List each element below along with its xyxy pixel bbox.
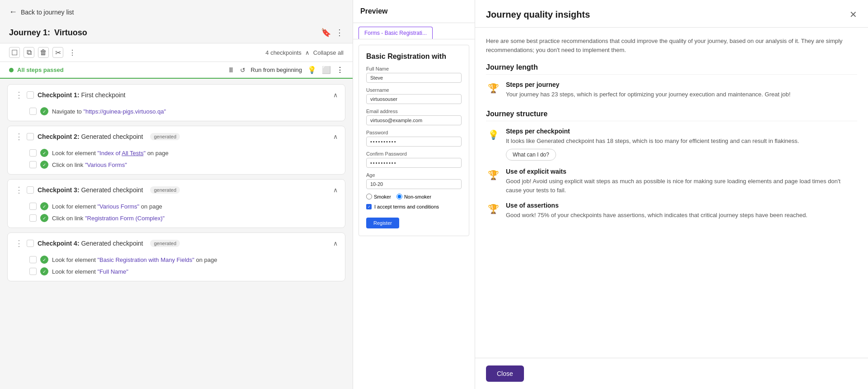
toolbar: ☐ ⧉ 🗑 ✂ ⋮ 4 checkpoints ∧ Collapse all — [0, 43, 353, 62]
form-input-age[interactable] — [366, 179, 462, 189]
checkpoint-checkbox-1[interactable] — [27, 91, 34, 99]
checkpoint-card-4: ⋮ Checkpoint 4: Generated checkpoint gen… — [7, 232, 345, 281]
checkpoint-card-1: ⋮ Checkpoint 1: First checkpoint ∧ Navig… — [7, 84, 345, 121]
checkpoint-card-3: ⋮ Checkpoint 3: Generated checkpoint gen… — [7, 179, 345, 228]
checkpoint-header-3[interactable]: ⋮ Checkpoint 3: Generated checkpoint gen… — [8, 180, 345, 200]
status-dot — [9, 68, 14, 72]
insight-content-steps-per-journey: Steps per journey Your journey has 23 st… — [506, 81, 857, 99]
journey-header-actions: 🔖 ⋮ — [321, 28, 344, 38]
lightbulb-icon[interactable]: 💡 — [307, 66, 316, 74]
step-checkbox[interactable] — [29, 214, 37, 222]
step-checkbox[interactable] — [29, 161, 37, 168]
form-group-username: Username — [366, 87, 462, 104]
insight-desc-assertions: Good work! 75% of your checkpoints have … — [506, 211, 857, 220]
step-checkbox[interactable] — [29, 108, 37, 115]
delete-icon[interactable]: 🗑 — [38, 47, 49, 58]
insight-desc-steps-per-checkpoint: It looks like Generated checkpoint has 1… — [506, 137, 857, 146]
step-row: Look for element "Full Name" — [29, 267, 338, 275]
trophy-icon-2: 🏆 — [486, 168, 500, 182]
nonsmoker-label: Non-smoker — [404, 194, 431, 199]
cut-icon[interactable]: ✂ — [52, 47, 63, 58]
copy-icon[interactable]: ⧉ — [24, 47, 34, 58]
step-checkbox[interactable] — [29, 268, 37, 275]
step-text: Look for element "Basic Registration wit… — [52, 256, 217, 263]
form-label-email: Email address — [366, 109, 462, 114]
insight-content-assertions: Use of assertions Good work! 75% of your… — [506, 202, 857, 220]
preview-title: Preview — [353, 0, 475, 23]
checkpoint-checkbox-4[interactable] — [27, 240, 34, 247]
terms-label: I accept terms and conditions — [374, 204, 439, 209]
select-all-checkbox[interactable]: ☐ — [9, 47, 20, 58]
insights-footer: Close — [475, 358, 868, 389]
step-checkbox[interactable] — [29, 149, 37, 157]
checkpoint-dots-3[interactable]: ⋮ — [15, 185, 23, 195]
form-group-terms: I accept terms and conditions — [366, 204, 462, 209]
journey-title: Journey 1: Virtuoso — [9, 28, 87, 38]
radio-input-smoker[interactable] — [366, 194, 372, 199]
form-group-password: Password — [366, 130, 462, 147]
section-title-journey-structure: Journey structure — [486, 110, 857, 121]
insights-panel: Journey quality insights ✕ Here are some… — [475, 0, 868, 389]
checkpoint-header-2[interactable]: ⋮ Checkpoint 2: Generated checkpoint gen… — [8, 126, 345, 147]
run-from-beginning-label[interactable]: Run from beginning — [251, 66, 302, 73]
step-checkbox[interactable] — [29, 203, 37, 210]
chevron-up-2[interactable]: ∧ — [333, 133, 338, 140]
status-more-icon[interactable]: ⋮ — [336, 66, 344, 74]
pause-icon[interactable]: ⏸ — [227, 66, 235, 74]
preview-tab[interactable]: Forms - Basic Registrati... — [359, 27, 433, 39]
checkpoint-checkbox-2[interactable] — [27, 133, 34, 140]
chevron-up-1[interactable]: ∧ — [333, 91, 338, 99]
form-group-smoker: Smoker Non-smoker — [366, 194, 462, 199]
back-nav-label: Back to journey list — [21, 9, 74, 16]
step-checkbox[interactable] — [29, 256, 37, 263]
back-nav[interactable]: ← Back to journey list — [0, 0, 353, 24]
checkpoint-header-1[interactable]: ⋮ Checkpoint 1: First checkpoint ∧ — [8, 85, 345, 105]
step-text: Look for element "Full Name" — [52, 268, 128, 275]
form-title: Basic Registration with — [366, 52, 462, 61]
insight-content-steps-per-checkpoint: Steps per checkpoint It looks like Gener… — [506, 128, 857, 161]
checkpoint-steps-1: Navigate to "https://guinea-pigs.virtuos… — [8, 105, 345, 121]
insights-description: Here are some best practice recommendati… — [486, 37, 857, 54]
step-success-icon — [40, 267, 48, 275]
form-input-confirm-password[interactable] — [366, 158, 462, 168]
status-left: All steps passed — [9, 66, 64, 73]
collapse-all-label[interactable]: Collapse all — [313, 49, 344, 56]
checkpoint-dots-1[interactable]: ⋮ — [15, 90, 23, 100]
chevron-up-3[interactable]: ∧ — [333, 186, 338, 194]
step-text: Look for element "Various Forms" on page — [52, 203, 162, 210]
checkpoint-dots-2[interactable]: ⋮ — [15, 132, 23, 142]
checkpoint-header-4[interactable]: ⋮ Checkpoint 4: Generated checkpoint gen… — [8, 233, 345, 254]
status-bar: All steps passed ⏸ ↺ Run from beginning … — [0, 62, 353, 79]
insight-title-steps-per-journey: Steps per journey — [506, 81, 857, 88]
close-main-button[interactable]: Close — [486, 365, 524, 382]
step-row: Click on link "Various Forms" — [29, 161, 338, 169]
form-input-email[interactable] — [366, 115, 462, 125]
status-text: All steps passed — [17, 66, 64, 73]
step-row: Look for element "Index of All Tests" on… — [29, 149, 338, 157]
collapse-all-icon: ∧ — [305, 49, 310, 56]
preview-panel: Preview Forms - Basic Registrati... Basi… — [353, 0, 475, 389]
layout-icon[interactable]: ⬜ — [322, 66, 331, 74]
step-success-icon — [40, 202, 48, 210]
form-input-fullname[interactable] — [366, 73, 462, 83]
what-can-i-do-button[interactable]: What can I do? — [506, 149, 556, 161]
chevron-up-4[interactable]: ∧ — [333, 240, 338, 247]
more-toolbar-icon[interactable]: ⋮ — [67, 47, 78, 58]
checkpoint-checkbox-3[interactable] — [27, 186, 34, 194]
refresh-icon[interactable]: ↺ — [240, 66, 245, 74]
bookmark-icon[interactable]: 🔖 — [321, 28, 331, 38]
form-input-password[interactable] — [366, 137, 462, 147]
toolbar-left: ☐ ⧉ 🗑 ✂ ⋮ — [9, 47, 78, 58]
terms-checkbox[interactable] — [366, 204, 372, 209]
checkpoint-dots-4[interactable]: ⋮ — [15, 238, 23, 248]
register-button[interactable]: Register — [366, 218, 399, 228]
close-insights-button[interactable]: ✕ — [849, 9, 857, 20]
radio-input-nonsmoker[interactable] — [396, 194, 402, 199]
insight-title-assertions: Use of assertions — [506, 202, 857, 209]
form-input-username[interactable] — [366, 94, 462, 104]
step-success-icon — [40, 256, 48, 264]
more-options-icon[interactable]: ⋮ — [335, 28, 344, 38]
checkpoint-steps-3: Look for element "Various Forms" on page… — [8, 200, 345, 228]
radio-nonsmoker: Non-smoker — [396, 194, 431, 199]
step-row: Look for element "Basic Registration wit… — [29, 256, 338, 264]
